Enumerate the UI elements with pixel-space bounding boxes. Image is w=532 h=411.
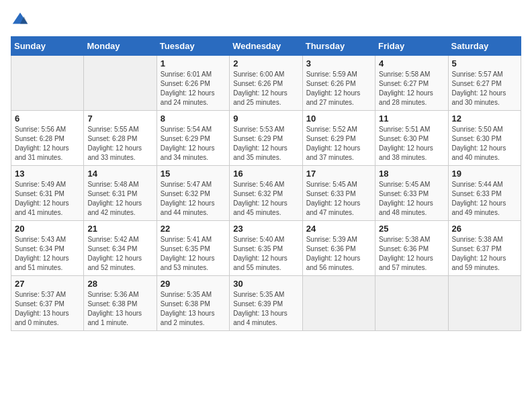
day-number: 9 [233,113,298,124]
cell-info: Sunrise: 5:36 AMSunset: 6:38 PMDaylight:… [87,290,152,328]
calendar-cell: 29Sunrise: 5:35 AMSunset: 6:38 PMDayligh… [157,276,229,331]
calendar-cell: 8Sunrise: 5:54 AMSunset: 6:29 PMDaylight… [157,111,229,166]
calendar-cell: 17Sunrise: 5:45 AMSunset: 6:33 PMDayligh… [302,166,375,221]
calendar-cell: 21Sunrise: 5:42 AMSunset: 6:34 PMDayligh… [84,221,157,276]
header-thursday: Thursday [302,37,375,56]
cell-info: Sunrise: 5:38 AMSunset: 6:37 PMDaylight:… [452,235,517,273]
calendar-cell: 2Sunrise: 6:00 AMSunset: 6:26 PMDaylight… [230,56,302,111]
day-number: 26 [452,224,517,234]
calendar-cell [84,56,157,111]
calendar-cell: 24Sunrise: 5:39 AMSunset: 6:36 PMDayligh… [302,221,375,276]
calendar-cell: 10Sunrise: 5:52 AMSunset: 6:29 PMDayligh… [302,111,375,166]
calendar-cell: 12Sunrise: 5:50 AMSunset: 6:30 PMDayligh… [448,111,521,166]
calendar-cell: 22Sunrise: 5:41 AMSunset: 6:35 PMDayligh… [157,221,229,276]
cell-info: Sunrise: 5:44 AMSunset: 6:33 PMDaylight:… [452,180,517,218]
calendar-cell: 11Sunrise: 5:51 AMSunset: 6:30 PMDayligh… [375,111,448,166]
calendar-cell: 30Sunrise: 5:35 AMSunset: 6:39 PMDayligh… [230,276,302,331]
cell-info: Sunrise: 5:55 AMSunset: 6:28 PMDaylight:… [87,125,152,163]
day-number: 24 [306,224,371,234]
calendar-header-row: SundayMondayTuesdayWednesdayThursdayFrid… [11,37,521,56]
calendar-cell: 4Sunrise: 5:58 AMSunset: 6:27 PMDaylight… [375,56,448,111]
calendar-cell: 27Sunrise: 5:37 AMSunset: 6:37 PMDayligh… [11,276,84,331]
cell-info: Sunrise: 6:01 AMSunset: 6:26 PMDaylight:… [161,70,226,107]
day-number: 20 [15,224,80,234]
header-friday: Friday [375,37,448,56]
day-number: 18 [379,169,444,179]
calendar-cell: 5Sunrise: 5:57 AMSunset: 6:27 PMDaylight… [448,56,521,111]
day-number: 15 [161,169,226,179]
day-number: 11 [379,113,444,124]
cell-info: Sunrise: 5:49 AMSunset: 6:31 PMDaylight:… [15,180,80,218]
header-sunday: Sunday [11,37,84,56]
cell-info: Sunrise: 5:56 AMSunset: 6:28 PMDaylight:… [15,125,80,163]
cell-info: Sunrise: 5:37 AMSunset: 6:37 PMDaylight:… [15,290,80,328]
cell-info: Sunrise: 5:59 AMSunset: 6:26 PMDaylight:… [306,70,371,107]
calendar-cell: 14Sunrise: 5:48 AMSunset: 6:31 PMDayligh… [84,166,157,221]
calendar-cell [302,276,375,331]
cell-info: Sunrise: 5:48 AMSunset: 6:31 PMDaylight:… [87,180,152,218]
day-number: 23 [233,224,298,234]
cell-info: Sunrise: 5:41 AMSunset: 6:35 PMDaylight:… [161,235,226,273]
cell-info: Sunrise: 5:58 AMSunset: 6:27 PMDaylight:… [379,70,444,107]
calendar-cell: 3Sunrise: 5:59 AMSunset: 6:26 PMDaylight… [302,56,375,111]
day-number: 22 [161,224,226,234]
calendar-cell: 28Sunrise: 5:36 AMSunset: 6:38 PMDayligh… [84,276,157,331]
header-wednesday: Wednesday [230,37,302,56]
cell-info: Sunrise: 5:43 AMSunset: 6:34 PMDaylight:… [15,235,80,273]
cell-info: Sunrise: 5:52 AMSunset: 6:29 PMDaylight:… [306,125,371,163]
day-number: 28 [87,279,152,289]
cell-info: Sunrise: 5:51 AMSunset: 6:30 PMDaylight:… [379,125,444,163]
day-number: 17 [306,169,371,179]
day-number: 8 [161,113,226,124]
header-saturday: Saturday [448,37,521,56]
calendar-cell: 26Sunrise: 5:38 AMSunset: 6:37 PMDayligh… [448,221,521,276]
day-number: 27 [15,279,80,289]
day-number: 19 [452,169,517,179]
calendar-week-row: 1Sunrise: 6:01 AMSunset: 6:26 PMDaylight… [11,56,521,111]
calendar-week-row: 6Sunrise: 5:56 AMSunset: 6:28 PMDaylight… [11,111,521,166]
logo-icon [11,11,30,30]
cell-info: Sunrise: 5:50 AMSunset: 6:30 PMDaylight:… [452,125,517,163]
day-number: 13 [15,169,80,179]
calendar-cell: 9Sunrise: 5:53 AMSunset: 6:29 PMDaylight… [230,111,302,166]
day-number: 6 [15,113,80,124]
calendar-cell [448,276,521,331]
calendar-cell: 7Sunrise: 5:55 AMSunset: 6:28 PMDaylight… [84,111,157,166]
day-number: 5 [452,58,517,68]
calendar-cell: 20Sunrise: 5:43 AMSunset: 6:34 PMDayligh… [11,221,84,276]
cell-info: Sunrise: 5:47 AMSunset: 6:32 PMDaylight:… [161,180,226,218]
day-number: 29 [161,279,226,289]
day-number: 10 [306,113,371,124]
cell-info: Sunrise: 5:39 AMSunset: 6:36 PMDaylight:… [306,235,371,273]
cell-info: Sunrise: 5:42 AMSunset: 6:34 PMDaylight:… [87,235,152,273]
calendar-cell [375,276,448,331]
calendar-cell: 18Sunrise: 5:45 AMSunset: 6:33 PMDayligh… [375,166,448,221]
day-number: 3 [306,58,371,68]
day-number: 25 [379,224,444,234]
cell-info: Sunrise: 5:35 AMSunset: 6:39 PMDaylight:… [233,290,298,328]
cell-info: Sunrise: 5:46 AMSunset: 6:32 PMDaylight:… [233,180,298,218]
header-tuesday: Tuesday [157,37,229,56]
calendar-cell: 23Sunrise: 5:40 AMSunset: 6:35 PMDayligh… [230,221,302,276]
calendar-cell: 13Sunrise: 5:49 AMSunset: 6:31 PMDayligh… [11,166,84,221]
cell-info: Sunrise: 5:38 AMSunset: 6:36 PMDaylight:… [379,235,444,273]
logo [11,11,32,30]
day-number: 30 [233,279,298,289]
calendar-cell: 15Sunrise: 5:47 AMSunset: 6:32 PMDayligh… [157,166,229,221]
cell-info: Sunrise: 5:54 AMSunset: 6:29 PMDaylight:… [161,125,226,163]
calendar-week-row: 27Sunrise: 5:37 AMSunset: 6:37 PMDayligh… [11,276,521,331]
cell-info: Sunrise: 5:35 AMSunset: 6:38 PMDaylight:… [161,290,226,328]
calendar-cell [11,56,84,111]
cell-info: Sunrise: 5:57 AMSunset: 6:27 PMDaylight:… [452,70,517,107]
calendar-week-row: 13Sunrise: 5:49 AMSunset: 6:31 PMDayligh… [11,166,521,221]
cell-info: Sunrise: 6:00 AMSunset: 6:26 PMDaylight:… [233,70,298,107]
calendar-cell: 6Sunrise: 5:56 AMSunset: 6:28 PMDaylight… [11,111,84,166]
cell-info: Sunrise: 5:40 AMSunset: 6:35 PMDaylight:… [233,235,298,273]
day-number: 16 [233,169,298,179]
cell-info: Sunrise: 5:45 AMSunset: 6:33 PMDaylight:… [306,180,371,218]
day-number: 7 [87,113,152,124]
calendar-cell: 1Sunrise: 6:01 AMSunset: 6:26 PMDaylight… [157,56,229,111]
day-number: 12 [452,113,517,124]
cell-info: Sunrise: 5:45 AMSunset: 6:33 PMDaylight:… [379,180,444,218]
day-number: 2 [233,58,298,68]
